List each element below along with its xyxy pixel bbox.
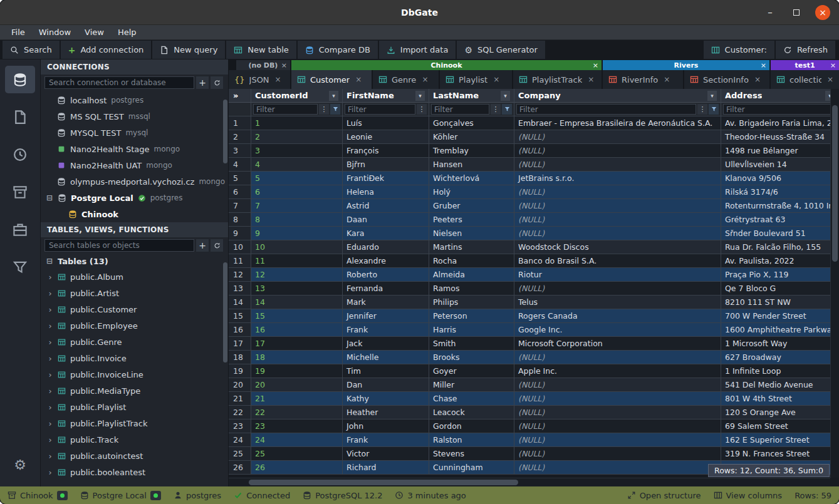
status-rows-59[interactable]: Rows: 59 bbox=[795, 491, 831, 500]
cell-company[interactable]: (NULL) bbox=[514, 158, 721, 172]
table-row[interactable]: 2525VictorStevens(NULL)319 N. Frances St… bbox=[229, 447, 839, 461]
table-item-public-invoice[interactable]: ›public.Invoice bbox=[41, 350, 228, 366]
cell-customerid[interactable]: 16 bbox=[251, 323, 343, 337]
add-connection-small-button[interactable]: + bbox=[196, 76, 209, 89]
cell-firstname[interactable]: François bbox=[343, 144, 429, 158]
toolbar-new-query-button[interactable]: New query bbox=[152, 41, 225, 59]
cell-customerid[interactable]: 3 bbox=[251, 144, 343, 158]
cell-firstname[interactable]: Kara bbox=[343, 227, 429, 240]
rail-archive-button[interactable] bbox=[5, 178, 35, 206]
cell-address[interactable]: Qe 7 Bloco G bbox=[721, 282, 839, 296]
rail-history-button[interactable] bbox=[5, 141, 35, 168]
cell-lastname[interactable]: Stevens bbox=[429, 447, 514, 461]
table-item-public-booleantest[interactable]: ›public.booleantest bbox=[41, 464, 228, 480]
cell-company[interactable]: Apple Inc. bbox=[514, 364, 721, 378]
table-item-public-mediatype[interactable]: ›public.MediaType bbox=[41, 383, 228, 399]
close-button[interactable]: × bbox=[815, 5, 830, 20]
cell-company[interactable]: (NULL) bbox=[514, 447, 721, 461]
tab-group-test1[interactable]: test1× bbox=[771, 60, 839, 70]
connection-item-nano2health-uat[interactable]: Nano2Health UATmongo bbox=[41, 157, 228, 173]
connection-item-olympus-medportal-vychozi-cz[interactable]: olympus-medportal.vychozi.czmongo bbox=[41, 173, 228, 190]
cell-company[interactable]: (NULL) bbox=[514, 199, 721, 213]
cell-customerid[interactable]: 6 bbox=[251, 185, 343, 199]
cell-address[interactable]: 1498 rue Bélanger bbox=[721, 144, 839, 158]
cell-customerid[interactable]: 24 bbox=[251, 433, 343, 447]
cell-company[interactable]: (NULL) bbox=[514, 406, 721, 419]
column-menu-button[interactable]: ▾ bbox=[501, 91, 510, 101]
horizontal-scrollbar-thumb[interactable] bbox=[249, 480, 518, 485]
tab-genre[interactable]: Genre× bbox=[373, 70, 439, 89]
cell-address[interactable]: Klanova 9/506 bbox=[721, 172, 839, 185]
table-row[interactable]: 22LeonieKöhler(NULL)Theodor-Heuss-Straße… bbox=[229, 130, 839, 144]
table-item-public-playlisttrack[interactable]: ›public.PlaylistTrack bbox=[41, 415, 228, 431]
cell-address[interactable]: 801 W 4th Street bbox=[721, 392, 839, 406]
cell-address[interactable]: 1600 Amphitheatre Parkway bbox=[721, 323, 839, 337]
cell-company[interactable]: Telus bbox=[514, 296, 721, 309]
cell-address[interactable]: 627 Broadway bbox=[721, 351, 839, 364]
cell-firstname[interactable]: Daan bbox=[343, 213, 429, 227]
cell-customerid[interactable]: 17 bbox=[251, 337, 343, 351]
filter-input-address[interactable] bbox=[723, 104, 836, 115]
connection-item-postgre-local[interactable]: ⊟Postgre Localpostgres bbox=[41, 190, 228, 206]
connections-search-input[interactable] bbox=[44, 76, 194, 89]
horizontal-scrollbar[interactable] bbox=[229, 478, 830, 486]
cell-company[interactable]: (NULL) bbox=[514, 144, 721, 158]
status-view-columns[interactable]: View columns bbox=[714, 491, 783, 500]
connection-item-ms-sql-test[interactable]: MS SQL TESTmssql bbox=[41, 108, 228, 125]
cell-firstname[interactable]: Richard bbox=[343, 461, 429, 475]
status-open-structure[interactable]: Open structure bbox=[627, 491, 701, 500]
cell-firstname[interactable]: Jennifer bbox=[343, 309, 429, 323]
toolbar-sql-generator-button[interactable]: ⚙SQL Generator bbox=[457, 41, 545, 59]
cell-customerid[interactable]: 7 bbox=[251, 199, 343, 213]
cell-customerid[interactable]: 4 bbox=[251, 158, 343, 172]
cell-company[interactable]: (NULL) bbox=[514, 227, 721, 240]
filter-funnel-button[interactable] bbox=[502, 104, 512, 115]
status-postgres[interactable]: postgres bbox=[174, 491, 221, 500]
cell-company[interactable]: (NULL) bbox=[514, 213, 721, 227]
cell-company[interactable]: Rogers Canada bbox=[514, 309, 721, 323]
menu-item-file[interactable]: File bbox=[5, 26, 31, 38]
cell-customerid[interactable]: 2 bbox=[251, 130, 343, 144]
table-item-public-playlist[interactable]: ›public.Playlist bbox=[41, 399, 228, 415]
cell-company[interactable]: Microsoft Corporation bbox=[514, 337, 721, 351]
cell-firstname[interactable]: Victor bbox=[343, 447, 429, 461]
toolbar-add-connection-button[interactable]: +Add connection bbox=[61, 41, 152, 59]
cell-customerid[interactable]: 19 bbox=[251, 364, 343, 378]
cell-firstname[interactable]: Eduardo bbox=[343, 240, 429, 254]
cell-address[interactable]: 319 N. Frances Street bbox=[721, 447, 839, 461]
cell-address[interactable]: Sřnder Boulevard 51 bbox=[721, 227, 839, 240]
table-row[interactable]: 1515JenniferPetersonRogers Canada700 W P… bbox=[229, 309, 839, 323]
minimize-button[interactable]: – bbox=[763, 5, 778, 20]
tab-json[interactable]: {}JSON× bbox=[229, 70, 290, 89]
toolbar-compare-db-button[interactable]: Compare DB bbox=[298, 41, 378, 59]
status-3-minutes-ago[interactable]: 3 minutes ago bbox=[395, 491, 466, 500]
table-item-public-autoinctest[interactable]: ›public.autoinctest bbox=[41, 448, 228, 464]
table-row[interactable]: 44BjřrnHansen(NULL)Ullevĺlsveien 14 bbox=[229, 158, 839, 172]
sidebar-scrollbar[interactable] bbox=[223, 262, 227, 363]
menu-item-help[interactable]: Help bbox=[112, 26, 143, 38]
cell-firstname[interactable]: Tim bbox=[343, 364, 429, 378]
filter-menu-button[interactable]: ⋮ bbox=[491, 104, 501, 115]
cell-firstname[interactable]: Jack bbox=[343, 337, 429, 351]
tab-collection[interactable]: collection× bbox=[771, 70, 839, 89]
cell-address[interactable]: 120 S Orange Ave bbox=[721, 406, 839, 419]
menu-item-view[interactable]: View bbox=[78, 26, 110, 38]
cell-firstname[interactable]: Roberto bbox=[343, 268, 429, 282]
toolbar-refresh-button[interactable]: Refresh bbox=[776, 41, 835, 59]
column-menu-button[interactable]: ▾ bbox=[329, 91, 338, 101]
grid-corner-button[interactable]: » bbox=[229, 89, 251, 103]
table-row[interactable]: 1818MichelleBrooks(NULL)627 Broadway bbox=[229, 351, 839, 364]
cell-address[interactable]: Theodor-Heuss-Straße 34 bbox=[721, 130, 839, 144]
cell-company[interactable]: Google Inc. bbox=[514, 323, 721, 337]
cell-lastname[interactable]: Nielsen bbox=[429, 227, 514, 240]
tab-sectioninfo[interactable]: SectionInfo× bbox=[684, 70, 769, 89]
cell-customerid[interactable]: 26 bbox=[251, 461, 343, 475]
toolbar-new-table-button[interactable]: New table bbox=[226, 41, 296, 59]
cell-company[interactable]: Banco do Brasil S.A. bbox=[514, 254, 721, 268]
cell-firstname[interactable]: Astrid bbox=[343, 199, 429, 213]
status-chinook[interactable]: Chinook bbox=[8, 491, 68, 500]
table-row[interactable]: 2323JohnGordon(NULL)69 Salem Street bbox=[229, 419, 839, 433]
table-row[interactable]: 1919TimGoyerApple Inc.1 Infinite Loop bbox=[229, 364, 839, 378]
cell-firstname[interactable]: Fernanda bbox=[343, 282, 429, 296]
cell-firstname[interactable]: Kathy bbox=[343, 392, 429, 406]
